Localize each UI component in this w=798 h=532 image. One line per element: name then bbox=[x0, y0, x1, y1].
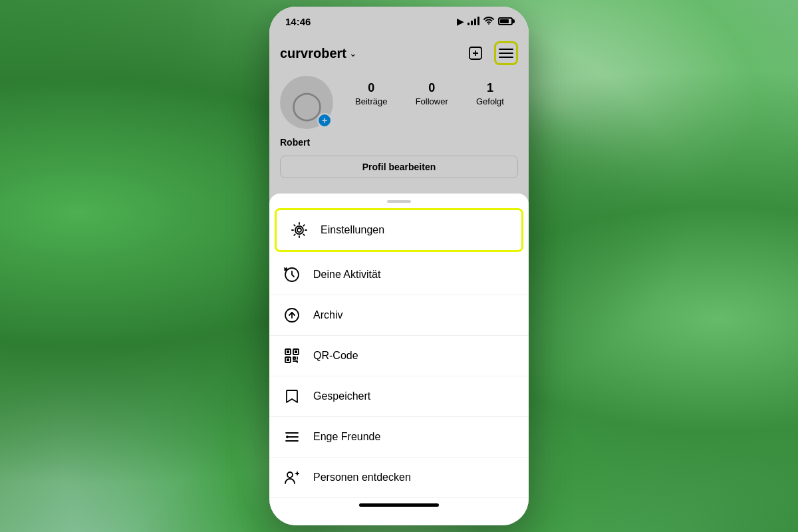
qrcode-label: QR-Code bbox=[313, 350, 358, 362]
engefreunde-label: Enge Freunde bbox=[313, 431, 380, 443]
svg-rect-20 bbox=[287, 350, 289, 353]
gespeichert-label: Gespeichert bbox=[313, 390, 370, 402]
menu-item-einstellungen[interactable]: Einstellungen bbox=[277, 210, 521, 250]
close-friends-icon bbox=[283, 428, 301, 446]
svg-rect-22 bbox=[287, 358, 289, 361]
svg-point-27 bbox=[287, 472, 293, 477]
qr-icon bbox=[283, 346, 301, 365]
menu-item-aktivitaet[interactable]: Deine Aktivität bbox=[269, 255, 529, 295]
home-bar bbox=[359, 503, 439, 507]
activity-icon bbox=[283, 265, 301, 284]
menu-item-personen[interactable]: Personen entdecken bbox=[269, 458, 529, 498]
discover-people-icon bbox=[283, 468, 301, 487]
menu-item-gespeichert[interactable]: Gespeichert bbox=[269, 376, 529, 417]
home-indicator bbox=[269, 498, 529, 507]
svg-point-26 bbox=[286, 436, 289, 438]
aktivitaet-label: Deine Aktivität bbox=[313, 269, 380, 281]
bottom-sheet: Einstellungen Deine Aktivität bbox=[269, 194, 529, 525]
sheet-handle bbox=[269, 194, 529, 208]
svg-point-14 bbox=[295, 226, 303, 234]
personen-label: Personen entdecken bbox=[313, 471, 411, 483]
handle-bar bbox=[387, 200, 411, 203]
svg-point-13 bbox=[297, 228, 301, 232]
menu-item-engefreunde[interactable]: Enge Freunde bbox=[269, 417, 529, 458]
menu-item-qrcode[interactable]: QR-Code bbox=[269, 336, 529, 376]
saved-icon bbox=[283, 387, 301, 406]
archive-icon bbox=[283, 306, 301, 325]
svg-rect-21 bbox=[295, 350, 297, 353]
einstellungen-label: Einstellungen bbox=[321, 224, 384, 236]
archiv-label: Archiv bbox=[313, 309, 342, 321]
menu-item-archiv[interactable]: Archiv bbox=[269, 295, 529, 336]
phone-frame: 14:46 ▶ bbox=[269, 7, 529, 525]
settings-icon bbox=[290, 221, 309, 239]
